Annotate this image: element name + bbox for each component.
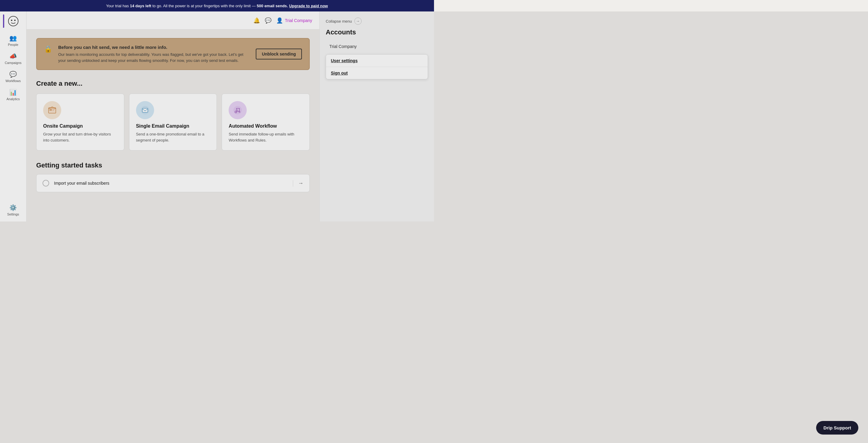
upgrade-link[interactable]: Upgrade to paid now: [289, 4, 328, 8]
trial-banner: Your trial has 14 days left to go. All t…: [0, 0, 434, 11]
banner-text: Your trial has 14 days left to go. All t…: [106, 4, 288, 8]
background-overlay: [0, 11, 434, 222]
